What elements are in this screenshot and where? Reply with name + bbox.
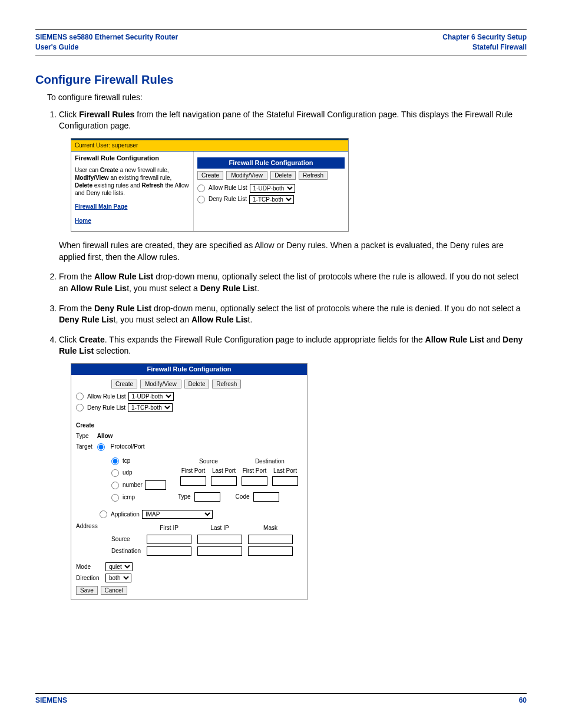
page-header: SIEMENS se5880 Ethernet Security Router … bbox=[35, 30, 527, 55]
allow-rule-label: Allow Rule List bbox=[209, 184, 247, 192]
step-3: From the Deny Rule List drop-down menu, … bbox=[59, 303, 527, 326]
mask-header: Mask bbox=[246, 523, 295, 533]
destination-row-label: Destination bbox=[109, 546, 143, 556]
header-product: SIEMENS se5880 Ethernet Security Router bbox=[35, 32, 178, 42]
delete-button[interactable]: Delete bbox=[270, 171, 296, 180]
modify-view-button[interactable]: Modify/View bbox=[226, 171, 267, 180]
link-firewall-main[interactable]: Firewall Main Page bbox=[75, 203, 190, 211]
left-panel-title: Firewall Rule Configuration bbox=[75, 154, 190, 163]
first-ip-header: First IP bbox=[144, 523, 194, 533]
address-label: Address bbox=[76, 522, 102, 558]
dst-last-ip-input[interactable] bbox=[197, 546, 242, 556]
protocol-port-radio[interactable] bbox=[97, 443, 105, 451]
deny-rule-select[interactable]: 1-TCP-both bbox=[249, 195, 294, 204]
screenshot-firewall-config-basic: Current User: superuser Firewall Rule Co… bbox=[71, 138, 349, 232]
icmp-label: icmp bbox=[123, 493, 135, 502]
deny-rule-radio[interactable] bbox=[197, 196, 205, 203]
icmp-code-input[interactable] bbox=[253, 492, 279, 502]
save-button[interactable]: Save bbox=[76, 586, 98, 595]
udp-label: udp bbox=[123, 469, 133, 477]
deny-rule-radio-2[interactable] bbox=[76, 404, 84, 411]
allow-rule-select[interactable]: 1-UDP-both bbox=[250, 184, 295, 193]
source-header: Source bbox=[178, 457, 239, 466]
type-value: Allow bbox=[97, 432, 113, 440]
dst-last-port-header: Last Port bbox=[270, 466, 300, 476]
dst-last-port-input[interactable] bbox=[272, 476, 298, 486]
step1-text: Click Firewall Rules from the left navig… bbox=[59, 110, 513, 131]
step-1: Click Firewall Rules from the left navig… bbox=[59, 109, 527, 263]
section-title: Configure Firewall Rules bbox=[35, 73, 527, 87]
dst-first-port-header: First Port bbox=[239, 466, 270, 476]
delete-button-2[interactable]: Delete bbox=[184, 380, 210, 388]
number-label: number bbox=[123, 481, 143, 489]
step1-followup: When firewall rules are created, they ar… bbox=[59, 240, 527, 263]
screenshot-firewall-config-expanded: Firewall Rule Configuration Create Modif… bbox=[71, 363, 308, 600]
src-last-port-header: Last Port bbox=[209, 466, 239, 476]
config-panel-title-2: Firewall Rule Configuration bbox=[71, 364, 307, 375]
tcp-label: tcp bbox=[123, 457, 130, 465]
protocol-port-label: Protocol/Port bbox=[111, 443, 145, 451]
create-button-2[interactable]: Create bbox=[111, 380, 137, 388]
step-2: From the Allow Rule List drop-down menu,… bbox=[59, 271, 527, 294]
dst-first-port-input[interactable] bbox=[242, 476, 267, 486]
tcp-radio[interactable] bbox=[111, 457, 119, 465]
direction-select[interactable]: both bbox=[105, 574, 131, 582]
allow-rule-label-2: Allow Rule List bbox=[87, 393, 126, 401]
footer-brand: SIEMENS bbox=[35, 696, 67, 704]
src-mask-input[interactable] bbox=[248, 535, 293, 544]
icmp-radio[interactable] bbox=[111, 494, 119, 502]
deny-rule-select-2[interactable]: 1-TCP-both bbox=[128, 403, 173, 412]
dst-first-ip-input[interactable] bbox=[147, 546, 191, 556]
application-select[interactable]: IMAP bbox=[142, 510, 213, 519]
mode-label: Mode bbox=[76, 563, 102, 571]
src-first-ip-input[interactable] bbox=[147, 535, 191, 544]
udp-radio[interactable] bbox=[111, 469, 119, 477]
number-radio[interactable] bbox=[111, 482, 119, 489]
src-first-port-header: First Port bbox=[178, 466, 209, 476]
last-ip-header: Last IP bbox=[195, 523, 244, 533]
link-home[interactable]: Home bbox=[75, 217, 190, 225]
footer-page-number: 60 bbox=[519, 696, 527, 704]
create-heading: Create bbox=[76, 422, 94, 429]
number-input[interactable] bbox=[145, 480, 166, 490]
mode-select[interactable]: quiet bbox=[105, 562, 133, 571]
cancel-button[interactable]: Cancel bbox=[101, 586, 127, 595]
modify-view-button-2[interactable]: Modify/View bbox=[140, 380, 181, 388]
direction-label: Direction bbox=[76, 574, 102, 582]
application-label: Application bbox=[111, 510, 140, 519]
refresh-button-2[interactable]: Refresh bbox=[212, 380, 241, 388]
header-section: Stateful Firewall bbox=[442, 42, 527, 52]
src-first-port-input[interactable] bbox=[180, 476, 206, 486]
source-row-label: Source bbox=[109, 534, 143, 545]
header-guide: User's Guide bbox=[35, 42, 178, 52]
current-user-bar: Current User: superuser bbox=[71, 139, 348, 151]
intro-text: To configure firewall rules: bbox=[47, 93, 527, 102]
step-4: Click Create. This expands the Firewall … bbox=[59, 334, 527, 601]
deny-rule-label: Deny Rule List bbox=[209, 195, 247, 203]
src-last-ip-input[interactable] bbox=[197, 535, 242, 544]
allow-rule-select-2[interactable]: 1-UDP-both bbox=[128, 392, 174, 401]
create-button[interactable]: Create bbox=[197, 171, 223, 180]
target-label: Target bbox=[76, 443, 92, 451]
icmp-code-label: Code bbox=[236, 493, 250, 501]
type-label: Type bbox=[76, 432, 89, 440]
icmp-type-input[interactable] bbox=[194, 492, 220, 502]
allow-rule-radio[interactable] bbox=[197, 185, 205, 192]
icmp-type-label: Type bbox=[178, 493, 191, 501]
header-chapter: Chapter 6 Security Setup bbox=[442, 32, 527, 42]
destination-header: Destination bbox=[239, 457, 300, 466]
application-radio[interactable] bbox=[100, 510, 107, 518]
allow-rule-radio-2[interactable] bbox=[76, 393, 84, 400]
deny-rule-label-2: Deny Rule List bbox=[87, 404, 125, 412]
src-last-port-input[interactable] bbox=[211, 476, 237, 486]
dst-mask-input[interactable] bbox=[248, 546, 293, 556]
left-panel-desc: User can Create a new firewall rule, Mod… bbox=[75, 166, 190, 197]
config-panel-title: Firewall Rule Configuration bbox=[197, 157, 345, 169]
refresh-button[interactable]: Refresh bbox=[299, 171, 328, 180]
